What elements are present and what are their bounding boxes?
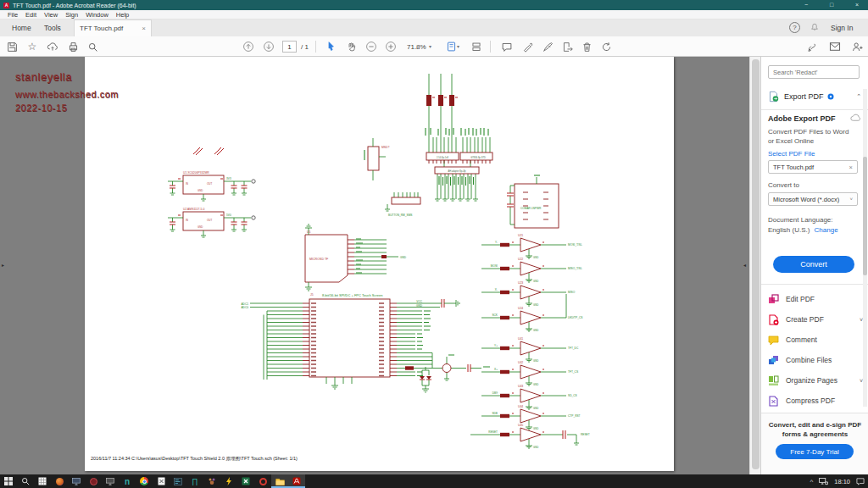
chevron-up-icon[interactable]: ⌃ <box>856 93 861 100</box>
tab-close-icon[interactable]: × <box>142 25 146 32</box>
cloud-icon <box>850 114 861 122</box>
taskbar-app-notepad-icon[interactable]: n <box>119 474 136 488</box>
start-button[interactable] <box>0 474 17 488</box>
sidebar-scrollbar-thumb[interactable] <box>863 157 867 275</box>
taskbar-app-grid-icon[interactable] <box>34 474 51 488</box>
scrollbar-thumb[interactable] <box>752 59 760 469</box>
export-pdf-header[interactable]: Export PDF ⌃ <box>768 89 861 104</box>
tool-comment[interactable]: Comment <box>768 331 863 348</box>
help-icon[interactable]: ? <box>789 22 800 33</box>
menu-help[interactable]: Help <box>116 11 129 19</box>
export-pdf-label: Export PDF <box>784 92 824 101</box>
comment-icon <box>768 335 779 346</box>
action-center-icon[interactable] <box>856 474 865 488</box>
watermark-line2: www.thebackshed.com <box>15 89 119 99</box>
taskbar-app-paw-icon[interactable] <box>203 474 220 488</box>
taskbar-app-teal-icon[interactable]: ∏ <box>186 474 203 488</box>
compress-pdf-icon <box>768 396 779 407</box>
schematic-label: 8-bit/16-bit SPI/DC + FPC Touch Screen <box>322 293 382 297</box>
star-icon[interactable]: ☆ <box>25 40 39 53</box>
save-icon[interactable] <box>5 40 19 53</box>
select-pdf-file-link[interactable]: Select PDF File <box>768 150 815 158</box>
taskbar-app-lightning-icon[interactable] <box>220 474 237 488</box>
tab-tools[interactable]: Tools <box>44 19 61 36</box>
zoom-out-icon[interactable] <box>364 40 378 53</box>
taskbar-app-display-icon[interactable] <box>102 474 119 488</box>
file-explorer-icon[interactable] <box>271 474 288 488</box>
taskbar-search-icon[interactable] <box>17 474 34 488</box>
send-file-icon[interactable] <box>560 40 574 53</box>
acrobat-taskbar-icon[interactable] <box>288 474 305 488</box>
fit-caret-icon[interactable]: ▾ <box>457 43 459 49</box>
left-panel-expand-icon[interactable]: ▸ <box>2 263 4 268</box>
print-icon[interactable] <box>66 40 80 53</box>
sign-tool-icon[interactable] <box>541 40 554 53</box>
sidebar-scrollbar[interactable] <box>863 89 867 407</box>
schematic-label: OUT <box>207 182 213 186</box>
delete-pages-icon[interactable] <box>580 40 593 53</box>
tab-document[interactable]: TFT Touch.pdf × <box>74 19 152 36</box>
menu-view[interactable]: View <box>44 11 58 19</box>
share-link-icon[interactable] <box>805 40 819 53</box>
tool-create-pdf[interactable]: Create PDF ˅ <box>768 311 863 328</box>
tool-combine-files[interactable]: Combine Files <box>768 352 863 369</box>
share-upload-icon[interactable] <box>46 40 59 53</box>
menu-window[interactable]: Window <box>86 11 108 19</box>
reload-icon[interactable] <box>599 40 613 53</box>
search-input[interactable] <box>768 65 860 79</box>
scrolling-mode-icon[interactable] <box>470 40 483 53</box>
schematic-label: CTP_RST <box>568 414 581 418</box>
bell-icon[interactable] <box>810 21 820 38</box>
hand-tool-icon[interactable] <box>344 40 358 53</box>
page-total-label: / 1 <box>301 43 309 51</box>
excel-icon[interactable] <box>237 474 254 488</box>
taskbar-app-record-icon[interactable] <box>85 474 102 488</box>
select-tool-icon[interactable] <box>324 40 337 53</box>
format-select[interactable]: Microsoft Word (*.docx) ˅ <box>768 192 858 206</box>
right-panel-collapse-icon[interactable]: ◂ <box>743 263 746 268</box>
change-language-link[interactable]: Change <box>815 226 838 234</box>
edit-pdf-icon <box>768 294 779 305</box>
convert-button[interactable]: Convert <box>773 256 854 273</box>
email-icon[interactable] <box>828 40 842 53</box>
tool-edit-pdf[interactable]: Edit PDF <box>768 291 863 308</box>
menu-file[interactable]: File <box>8 11 18 19</box>
comment-tool-icon[interactable] <box>500 40 514 53</box>
free-trial-button[interactable]: Free 7-Day Trial <box>776 444 854 459</box>
schematic-label: MOSI <box>491 264 498 268</box>
taskbar-app-monitor-icon[interactable] <box>68 474 85 488</box>
document-scrollbar[interactable] <box>749 57 760 474</box>
minimize-button[interactable]: − <box>795 0 817 10</box>
zoom-caret-icon[interactable]: ▾ <box>429 43 431 49</box>
zoom-in-icon[interactable] <box>384 40 398 53</box>
next-page-icon[interactable] <box>262 40 275 53</box>
taskbar-app-orange-icon[interactable] <box>51 474 68 488</box>
chrome-icon[interactable] <box>136 474 153 488</box>
page-number-input[interactable] <box>282 41 297 53</box>
regulator-1: U1 XC6206P332MR IN OUT GND 3V3 <box>168 171 255 201</box>
menu-edit[interactable]: Edit <box>25 11 36 19</box>
sign-in-button[interactable]: Sign In <box>831 19 853 36</box>
previous-page-icon[interactable] <box>242 40 255 53</box>
zoom-level-value[interactable]: 71.8% <box>407 43 426 51</box>
selected-file-box[interactable]: TFT Touch.pdf × <box>768 160 858 174</box>
close-button[interactable]: × <box>846 0 868 10</box>
opera-icon[interactable] <box>254 474 271 488</box>
panel-heading: Adobe Export PDF <box>768 114 836 123</box>
highlight-tool-icon[interactable] <box>520 40 534 53</box>
invite-user-icon[interactable] <box>850 40 864 53</box>
menu-sign[interactable]: Sign <box>65 11 78 19</box>
maximize-button[interactable]: □ <box>821 0 843 10</box>
schematic-label: COMAR LNPWR <box>520 207 542 210</box>
search-icon[interactable] <box>86 40 99 53</box>
tool-compress-pdf[interactable]: Compress PDF <box>768 392 863 409</box>
taskbar-app-document-icon[interactable] <box>153 474 170 488</box>
tool-organize-pages[interactable]: Organize Pages ˅ <box>768 372 863 389</box>
tray-expand-icon[interactable]: ^ <box>810 478 813 485</box>
clock[interactable]: 18:10 <box>834 478 850 485</box>
tab-home[interactable]: Home <box>12 19 31 36</box>
fit-page-icon[interactable] <box>444 40 458 53</box>
remove-file-icon[interactable]: × <box>849 164 853 171</box>
taskbar-app-terminal-icon[interactable] <box>170 474 186 488</box>
network-icon[interactable] <box>819 474 828 488</box>
